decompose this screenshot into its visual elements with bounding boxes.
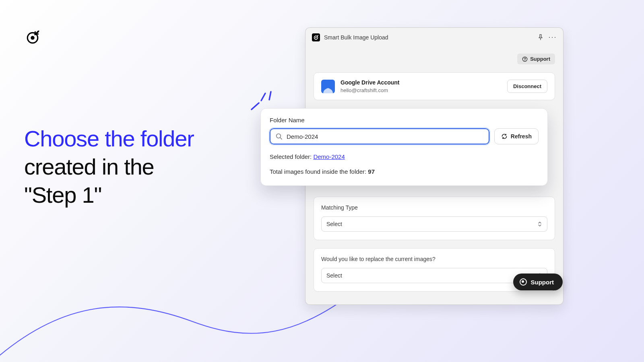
folder-card: Folder Name Refresh Selected folder: Dem… [260, 108, 548, 186]
support-bar: Support [305, 47, 563, 64]
refresh-label: Refresh [511, 133, 532, 140]
disconnect-button[interactable]: Disconnect [507, 80, 547, 93]
headline-rest-1: created in the [24, 154, 154, 179]
chat-bubble-icon [520, 278, 527, 286]
pin-icon[interactable] [537, 33, 545, 41]
refresh-button[interactable]: Refresh [494, 128, 539, 144]
svg-line-2 [269, 92, 271, 100]
matching-type-card: Matching Type Select [314, 197, 555, 240]
app-title: Smart Bulk Image Upload [324, 34, 388, 41]
support-float-label: Support [531, 279, 554, 286]
folder-search-field[interactable] [270, 128, 489, 144]
help-icon [522, 56, 528, 62]
matching-type-select[interactable]: Select [321, 216, 547, 232]
matching-type-label: Matching Type [321, 204, 547, 211]
avatar [321, 80, 335, 93]
support-chip[interactable]: Support [517, 53, 555, 64]
svg-point-6 [315, 37, 316, 38]
app-header: Smart Bulk Image Upload ··· [305, 28, 563, 47]
matching-type-value: Select [326, 221, 342, 227]
refresh-icon [501, 133, 508, 140]
brand-logo [26, 31, 39, 44]
app-window: Smart Bulk Image Upload ··· Support Goog… [305, 27, 564, 305]
support-chip-label: Support [530, 56, 550, 62]
account-card: Google Drive Account hello@craftshift.co… [314, 72, 555, 100]
total-images-line: Total images found inside the folder: 97 [270, 168, 539, 175]
folder-search-input[interactable] [287, 129, 484, 144]
headline-rest-2: "Step 1" [24, 182, 101, 208]
svg-line-0 [252, 103, 259, 109]
replace-images-value: Select [326, 272, 342, 279]
svg-line-1 [261, 93, 265, 101]
headline: Choose the folder created in the "Step 1… [24, 125, 250, 209]
selected-folder-link[interactable]: Demo-2024 [313, 153, 345, 160]
svg-line-7 [317, 35, 318, 36]
search-icon [275, 133, 283, 140]
total-images-prefix: Total images found inside the folder: [270, 168, 368, 175]
account-name: Google Drive Account [341, 79, 400, 86]
svg-point-4 [31, 36, 35, 40]
support-float-button[interactable]: Support [513, 274, 563, 290]
folder-name-label: Folder Name [270, 117, 539, 123]
headline-accent: Choose the folder [24, 126, 194, 151]
selected-folder-prefix: Selected folder: [270, 153, 313, 160]
total-images-count: 97 [368, 168, 375, 175]
app-logo-icon [312, 33, 320, 41]
chevron-updown-icon [537, 221, 542, 227]
svg-line-11 [280, 138, 282, 139]
more-icon[interactable]: ··· [549, 33, 557, 41]
replace-images-label: Would you like to replace the current im… [321, 256, 547, 262]
selected-folder-line: Selected folder: Demo-2024 [270, 153, 539, 160]
svg-point-9 [524, 60, 525, 60]
account-email: hello@craftshift.com [341, 87, 400, 93]
